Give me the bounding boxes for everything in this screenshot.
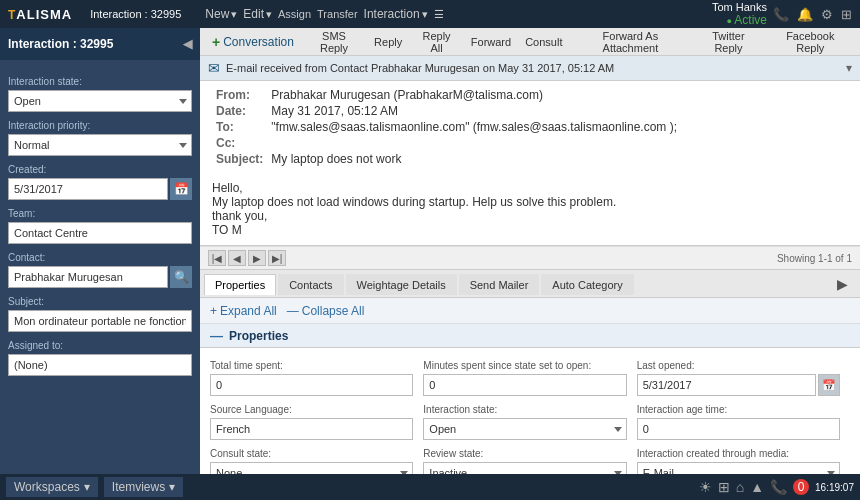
bell-icon[interactable]: 🔔 xyxy=(797,7,813,22)
email-expand-icon[interactable]: ▾ xyxy=(846,61,852,75)
email-body: Hello, My laptop does not load windows d… xyxy=(200,173,860,245)
reply-button[interactable]: Reply xyxy=(370,34,406,50)
itemviews-button[interactable]: Itemviews ▾ xyxy=(104,477,183,497)
workspaces-button[interactable]: Workspaces ▾ xyxy=(6,477,98,497)
itemviews-chevron: ▾ xyxy=(169,480,175,494)
edit-button[interactable]: Edit ▾ xyxy=(243,7,272,21)
collapse-all-button[interactable]: — Collapse All xyxy=(287,304,365,318)
workspaces-label: Workspaces xyxy=(14,480,80,494)
first-page-button[interactable]: |◀ xyxy=(208,250,226,266)
phone-taskbar-icon[interactable]: 📞 xyxy=(770,479,787,495)
properties-content: + Expand All — Collapse All — Properties… xyxy=(200,298,860,500)
phone-icon[interactable]: 📞 xyxy=(773,7,789,22)
grid-taskbar-icon[interactable]: ⊞ xyxy=(718,479,730,495)
properties-section-header: — Properties xyxy=(200,324,860,348)
interaction-age-input[interactable] xyxy=(637,418,840,440)
prev-page-button[interactable]: ◀ xyxy=(228,250,246,266)
contact-label: Contact: xyxy=(8,252,192,263)
notification-badge[interactable]: 0 xyxy=(793,479,809,495)
created-date-input[interactable] xyxy=(8,178,168,200)
home-icon[interactable]: ⌂ xyxy=(736,479,744,495)
grid-icon[interactable]: ⊞ xyxy=(841,7,852,22)
contact-search-button[interactable]: 🔍 xyxy=(170,266,192,288)
tab-contacts[interactable]: Contacts xyxy=(278,274,343,295)
plus-icon: + xyxy=(212,34,220,50)
nav-actions: New ▾ Edit ▾ Assign Transfer Interaction… xyxy=(205,7,443,21)
source-language-field: Source Language: xyxy=(210,400,423,444)
source-language-label: Source Language: xyxy=(210,404,413,415)
last-page-button[interactable]: ▶| xyxy=(268,250,286,266)
tab-weightage-details[interactable]: Weightage Details xyxy=(346,274,457,295)
created-label: Created: xyxy=(8,164,192,175)
last-opened-calendar-button[interactable]: 📅 xyxy=(818,374,840,396)
next-page-button[interactable]: ▶ xyxy=(248,250,266,266)
to-label: To: xyxy=(212,119,267,135)
minutes-spent-label: Minutes spent since state set to open: xyxy=(423,360,626,371)
team-label: Team: xyxy=(8,208,192,219)
up-arrow-icon[interactable]: ▲ xyxy=(750,479,764,495)
cc-label: Cc: xyxy=(212,135,267,151)
tab-auto-category[interactable]: Auto Category xyxy=(541,274,633,295)
team-input[interactable] xyxy=(8,222,192,244)
hamburger-button[interactable]: ☰ xyxy=(434,8,444,21)
body-line4: TO M xyxy=(212,223,848,237)
assign-button[interactable]: Assign xyxy=(278,8,311,20)
date-value: May 31 2017, 05:12 AM xyxy=(267,103,681,119)
panel-title: Interaction : 32995 xyxy=(8,37,113,51)
properties-tabs: Properties Contacts Weightage Details Se… xyxy=(200,270,860,298)
pagination-bar: |◀ ◀ ▶ ▶| Showing 1-1 of 1 xyxy=(200,246,860,270)
interaction-age-field: Interaction age time: xyxy=(637,400,850,444)
reply-all-button[interactable]: Reply All xyxy=(412,28,461,56)
facebook-reply-button[interactable]: Facebook Reply xyxy=(769,28,852,56)
to-value: "fmw.sales@saas.talismaonline.com" (fmw.… xyxy=(267,119,681,135)
twitter-reply-button[interactable]: Twitter Reply xyxy=(694,28,762,56)
forward-as-attachment-button[interactable]: Forward As Attachment xyxy=(572,28,688,56)
email-header-text: E-mail received from Contact Prabhakar M… xyxy=(226,62,840,74)
last-opened-input[interactable] xyxy=(637,374,816,396)
tabs-right-arrow[interactable]: ▶ xyxy=(829,272,856,296)
interaction-state-prop-label: Interaction state: xyxy=(423,404,626,415)
interaction-state-label: Interaction state: xyxy=(8,76,192,87)
top-nav: TALISMA Interaction : 32995 New ▾ Edit ▾… xyxy=(0,0,860,28)
review-state-label: Review state: xyxy=(423,448,626,459)
section-title: Properties xyxy=(229,329,288,343)
interaction-age-label: Interaction age time: xyxy=(637,404,840,415)
source-language-input[interactable] xyxy=(210,418,413,440)
section-collapse-icon[interactable]: — xyxy=(210,328,223,343)
taskbar-time: 16:19:07 xyxy=(815,482,854,493)
forward-button[interactable]: Forward xyxy=(467,34,515,50)
total-time-spent-field: Total time spent: xyxy=(210,356,423,400)
subject-input[interactable] xyxy=(8,310,192,332)
gear-icon[interactable]: ⚙ xyxy=(821,7,833,22)
interaction-state-prop-select[interactable]: Open xyxy=(423,418,626,440)
logo: TALISMA xyxy=(8,7,72,22)
transfer-button[interactable]: Transfer xyxy=(317,8,358,20)
expand-all-button[interactable]: + Expand All xyxy=(210,304,277,318)
conversation-button[interactable]: + Conversation xyxy=(208,32,298,52)
contact-search-wrap: 🔍 xyxy=(8,266,192,288)
contact-input[interactable] xyxy=(8,266,168,288)
minutes-spent-input[interactable] xyxy=(423,374,626,396)
tab-send-mailer[interactable]: Send Mailer xyxy=(459,274,540,295)
created-calendar-button[interactable]: 📅 xyxy=(170,178,192,200)
interaction-button[interactable]: Interaction ▾ xyxy=(364,7,428,21)
interaction-created-label: Interaction created through media: xyxy=(637,448,840,459)
subject-meta-value: My laptop does not work xyxy=(267,151,681,167)
from-label: From: xyxy=(212,87,267,103)
last-opened-field: Last opened: 📅 xyxy=(637,356,850,400)
panel-collapse-icon[interactable]: ◀ xyxy=(183,37,192,51)
subject-meta-label: Subject: xyxy=(212,151,267,167)
consult-button[interactable]: Consult xyxy=(521,34,566,50)
interaction-priority-select[interactable]: Normal xyxy=(8,134,192,156)
tab-properties[interactable]: Properties xyxy=(204,274,276,295)
new-button[interactable]: New ▾ xyxy=(205,7,237,21)
sms-reply-button[interactable]: SMS Reply xyxy=(304,28,364,56)
sun-icon[interactable]: ☀ xyxy=(699,479,712,495)
left-panel-body: Interaction state: Open Interaction prio… xyxy=(0,60,200,500)
total-time-spent-input[interactable] xyxy=(210,374,413,396)
taskbar-right: ☀ ⊞ ⌂ ▲ 📞 0 16:19:07 xyxy=(699,479,854,495)
interaction-id: Interaction : 32995 xyxy=(90,8,181,20)
interaction-state-select[interactable]: Open xyxy=(8,90,192,112)
cc-value xyxy=(267,135,681,151)
assigned-to-input[interactable] xyxy=(8,354,192,376)
